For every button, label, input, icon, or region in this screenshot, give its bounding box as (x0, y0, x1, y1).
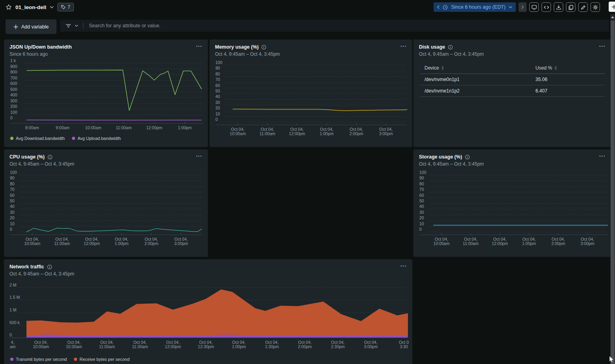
time-range-picker[interactable]: Since 6 hours ago (EDT) (434, 2, 516, 12)
download-icon[interactable] (554, 2, 563, 12)
panel-menu-icon[interactable]: ··· (196, 44, 202, 48)
copy-icon[interactable] (566, 2, 575, 12)
panel-memory: Memory usage (%) Oct 4, 9:45am – Oct 4, … (209, 40, 412, 147)
legend-item[interactable]: Receive bytes per second (74, 357, 130, 362)
column-header-device[interactable]: Device (424, 65, 439, 71)
sort-icon[interactable] (555, 66, 557, 70)
svg-text:Oct 04,: Oct 04, (320, 127, 334, 132)
vertical-scrollbar[interactable] (610, 14, 615, 364)
top-bar: 01_leon-dell 7 Since 6 hours ago (EDT) (0, 0, 615, 14)
scroll-up-arrow-icon[interactable] (611, 16, 614, 18)
column-header-used[interactable]: Used % (536, 65, 552, 71)
svg-text:1:00pm: 1:00pm (522, 241, 536, 246)
title-chevron-down-icon[interactable] (50, 6, 54, 8)
svg-text:2:00pm: 2:00pm (551, 241, 565, 246)
dashboard-title[interactable]: 01_leon-dell (15, 4, 46, 10)
svg-text:Oct 04,: Oct 04, (145, 237, 158, 241)
svg-text:50: 50 (10, 198, 15, 203)
edit-icon[interactable] (578, 2, 588, 12)
tags-badge[interactable]: 7 (57, 3, 74, 11)
filter-icon[interactable] (66, 23, 71, 28)
panel-subtitle: Oct 4, 9:45am – Oct 4, 3:45pm (9, 161, 74, 167)
svg-text:Oct 04,: Oct 04, (232, 340, 245, 345)
svg-text:10:00am: 10:00am (24, 241, 40, 246)
panel-subtitle: Oct 4, 9:45am – Oct 4, 3:45pm (419, 51, 484, 57)
info-icon[interactable] (47, 155, 53, 160)
panel-subtitle: Since 6 hours ago (9, 51, 72, 57)
panel-menu-icon[interactable]: ··· (400, 264, 407, 268)
time-forward-button[interactable] (519, 2, 526, 12)
svg-text:3:00pm: 3:00pm (364, 344, 378, 349)
table-row[interactable]: /dev/nvme0n1p1 35.06 (420, 74, 605, 85)
svg-text:70: 70 (215, 77, 220, 82)
disk-table-header: Device Used % (420, 62, 605, 74)
tag-icon (61, 5, 66, 9)
info-icon[interactable] (261, 45, 266, 50)
favorite-star-icon[interactable] (6, 4, 12, 10)
svg-text:2:30pm: 2:30pm (331, 344, 345, 349)
sort-icon[interactable] (441, 66, 444, 70)
panel-cpu: CPU usage (%) Oct 4, 9:45am – Oct 4, 3:4… (4, 149, 208, 257)
search-bar[interactable] (60, 20, 609, 32)
svg-text:Oct 04,: Oct 04, (364, 340, 377, 345)
panel-menu-icon[interactable]: ··· (599, 44, 606, 48)
svg-text:1:00pm: 1:00pm (320, 131, 334, 136)
svg-text:3:00pm: 3:00pm (174, 241, 188, 246)
table-row[interactable]: /dev/nvme1n1p2 6.407 (420, 85, 605, 97)
info-icon[interactable] (465, 155, 470, 160)
svg-text:Oct 04,: Oct 04, (100, 340, 114, 345)
svg-text:10:00am: 10:00am (85, 125, 101, 130)
svg-text:0: 0 (9, 332, 12, 337)
panel-menu-icon[interactable]: ··· (400, 44, 407, 48)
svg-text:0: 0 (10, 115, 13, 120)
svg-text:Oct 04,: Oct 04, (493, 237, 507, 241)
legend-dot-icon (74, 358, 77, 361)
disk-table: Device Used % /dev/nvme0n1p1 35.06 /dev/… (420, 62, 605, 97)
svg-text:Oct 04,: Oct 04, (298, 340, 311, 345)
info-icon[interactable] (47, 264, 52, 270)
panel-network: Network traffic Oct 4, 9:45am – Oct 4, 3… (4, 259, 412, 364)
info-icon[interactable] (448, 45, 453, 50)
svg-text:Oct 04,: Oct 04, (133, 340, 147, 345)
svg-text:Oct 04,: Oct 04, (55, 237, 69, 241)
svg-text:Oct 04,: Oct 04, (523, 237, 536, 241)
svg-text:70: 70 (419, 187, 424, 192)
code-icon[interactable] (541, 2, 551, 12)
add-variable-button[interactable]: Add variable (6, 19, 57, 34)
settings-gear-icon[interactable] (590, 2, 600, 12)
svg-text:Oct 04,: Oct 04, (34, 340, 48, 345)
svg-text:100: 100 (10, 110, 17, 115)
panel-menu-icon[interactable]: ··· (196, 154, 202, 158)
legend-dot-icon (72, 137, 75, 140)
panel-menu-icon[interactable]: ··· (599, 154, 606, 158)
svg-text:0: 0 (10, 227, 12, 232)
legend-item[interactable]: Avg Download.bandwidth (10, 136, 65, 141)
time-back-icon[interactable] (437, 5, 440, 9)
legend-item[interactable]: Transmit bytes per second (10, 357, 67, 362)
svg-text:90: 90 (215, 66, 220, 70)
svg-text:10:00am: 10:00am (434, 241, 450, 246)
svg-text:10: 10 (10, 221, 15, 226)
svg-text:Oct 04,: Oct 04, (174, 237, 188, 241)
svg-text:Oct 04,: Oct 04, (231, 127, 245, 132)
svg-text:11:00am: 11:00am (116, 125, 132, 130)
svg-text:40: 40 (215, 94, 220, 99)
svg-text:40: 40 (10, 204, 15, 209)
dashboard-app: 01_leon-dell 7 Since 6 hours ago (EDT) (0, 0, 615, 364)
tv-mode-icon[interactable] (529, 2, 539, 12)
search-input[interactable] (88, 23, 609, 29)
scrollbar-thumb[interactable] (611, 21, 615, 364)
svg-text:50: 50 (215, 89, 220, 93)
filter-chevron-down-icon[interactable] (75, 25, 78, 27)
panel-title: JSON Up/Down bandwidth (9, 44, 72, 50)
legend-dot-icon (10, 137, 13, 140)
svg-text:600: 600 (10, 81, 17, 86)
legend-item[interactable]: Avg Upload.bandwidth (72, 136, 121, 141)
panel-subtitle: Oct 4, 9:45am – Oct 4, 3:45pm (215, 51, 280, 57)
divider (83, 23, 83, 29)
svg-text:Oct 04,: Oct 04, (67, 340, 81, 345)
panel-title: Disk usage (419, 44, 445, 50)
add-widget-button[interactable] (609, 2, 615, 12)
svg-text:Oct 04,: Oct 04, (581, 237, 594, 241)
svg-text:12:00pm: 12:00pm (84, 241, 100, 246)
